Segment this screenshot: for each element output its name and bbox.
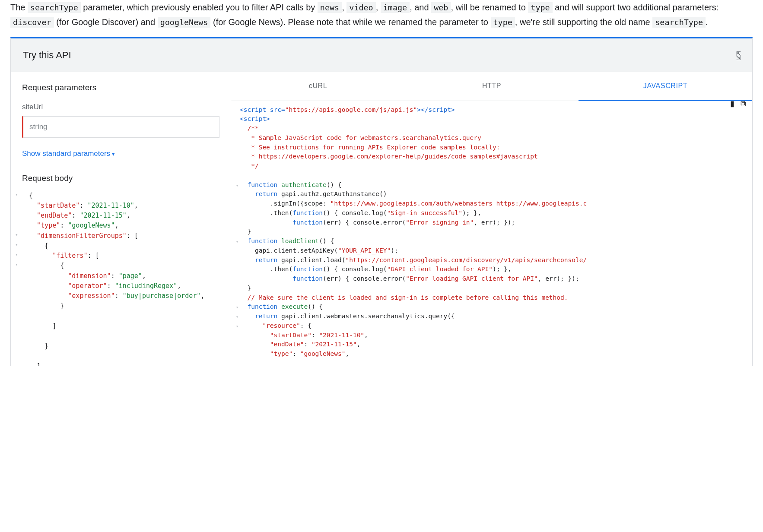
code-searchtype2: searchType bbox=[652, 17, 706, 28]
intro-paragraph: The searchType parameter, which previous… bbox=[10, 0, 753, 37]
code-image: image bbox=[381, 2, 410, 13]
code-video: video bbox=[347, 2, 375, 13]
request-body-heading: Request body bbox=[22, 171, 219, 185]
code-web: web bbox=[431, 2, 451, 13]
request-pane: Request parameters siteUrl string Show s… bbox=[11, 72, 231, 366]
code-tabs: cURL HTTP JAVASCRIPT bbox=[231, 72, 752, 101]
tab-curl[interactable]: cURL bbox=[231, 72, 405, 100]
code-sample-pane: cURL HTTP JAVASCRIPT ▮ ⧉ <script src="ht… bbox=[231, 72, 752, 366]
api-explorer-panel: Try this API ⇱⇲ Request parameters siteU… bbox=[10, 37, 753, 366]
siteurl-input[interactable]: string bbox=[22, 116, 219, 138]
feedback-icon[interactable]: ▮ bbox=[730, 97, 734, 111]
tab-http[interactable]: HTTP bbox=[405, 72, 579, 100]
copy-icon[interactable]: ⧉ bbox=[741, 97, 746, 111]
tab-javascript[interactable]: JAVASCRIPT bbox=[579, 72, 752, 101]
code-sample[interactable]: <script src="https://apis.google.com/js/… bbox=[231, 101, 752, 366]
collapse-icon[interactable]: ⇱⇲ bbox=[736, 51, 740, 60]
chevron-down-icon: ▾ bbox=[112, 151, 115, 157]
request-parameters-heading: Request parameters bbox=[22, 81, 219, 95]
request-body-editor[interactable]: ▾{ "startDate": "2021-11-10", "endDate":… bbox=[22, 191, 219, 366]
code-type2: type bbox=[491, 17, 515, 28]
code-discover: discover bbox=[10, 17, 54, 28]
code-news: news bbox=[318, 2, 342, 13]
siteurl-label: siteUrl bbox=[22, 101, 219, 114]
code-searchtype: searchType bbox=[28, 2, 81, 13]
panel-title: Try this API bbox=[23, 47, 71, 63]
show-standard-parameters-link[interactable]: Show standard parameters▾ bbox=[22, 148, 115, 160]
code-googlenews: googleNews bbox=[158, 17, 211, 28]
code-type: type bbox=[528, 2, 552, 13]
